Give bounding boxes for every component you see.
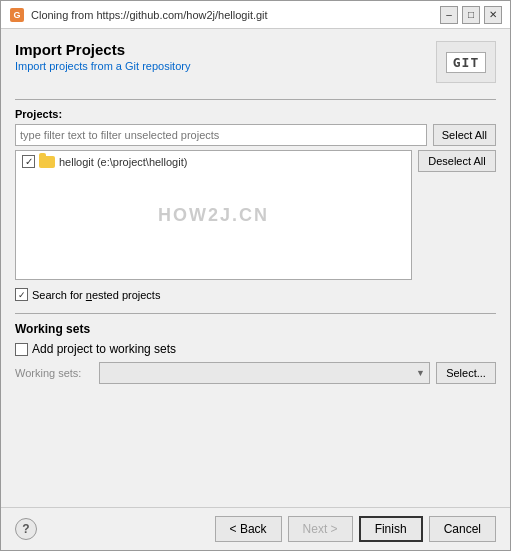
project-checkbox[interactable] — [22, 155, 35, 168]
header-separator — [15, 99, 496, 100]
folder-icon — [39, 156, 55, 168]
filter-row: Select All — [15, 124, 496, 146]
next-button[interactable]: Next > — [288, 516, 353, 542]
project-buttons: Deselect All — [418, 150, 496, 280]
working-sets-row: Working sets: ▼ Select... — [15, 362, 496, 384]
nested-checkbox[interactable] — [15, 288, 28, 301]
working-sets-checkbox[interactable] — [15, 343, 28, 356]
git-logo-text: GIT — [446, 52, 486, 73]
back-button[interactable]: < Back — [215, 516, 282, 542]
footer-buttons: < Back Next > Finish Cancel — [215, 516, 496, 542]
title-bar-controls: – □ ✕ — [440, 6, 502, 24]
maximize-button[interactable]: □ — [462, 6, 480, 24]
main-window: G Cloning from https://github.com/how2j/… — [0, 0, 511, 551]
page-title: Import Projects — [15, 41, 190, 58]
working-sets-row-label: Working sets: — [15, 367, 93, 379]
working-sets-select-button[interactable]: Select... — [436, 362, 496, 384]
cancel-button[interactable]: Cancel — [429, 516, 496, 542]
page-header: Import Projects Import projects from a G… — [15, 41, 496, 83]
section-divider — [15, 313, 496, 314]
list-item[interactable]: hellogit (e:\project\hellogit) — [16, 151, 411, 172]
title-bar-text: Cloning from https://github.com/how2j/he… — [31, 9, 440, 21]
projects-area: hellogit (e:\project\hellogit) HOW2J.CN … — [15, 150, 496, 280]
combo-arrow-icon: ▼ — [416, 368, 425, 378]
page-subtitle: Import projects from a Git repository — [15, 60, 190, 72]
working-sets-combo[interactable]: ▼ — [99, 362, 430, 384]
working-add-row: Add project to working sets — [15, 342, 496, 356]
content-area: Import Projects Import projects from a G… — [1, 29, 510, 507]
projects-list: hellogit (e:\project\hellogit) HOW2J.CN — [15, 150, 412, 280]
title-bar: G Cloning from https://github.com/how2j/… — [1, 1, 510, 29]
working-sets-title: Working sets — [15, 322, 496, 336]
deselect-all-button[interactable]: Deselect All — [418, 150, 496, 172]
window-icon: G — [9, 7, 25, 23]
close-button[interactable]: ✕ — [484, 6, 502, 24]
project-name: hellogit (e:\project\hellogit) — [59, 156, 187, 168]
git-logo: GIT — [436, 41, 496, 83]
projects-label: Projects: — [15, 108, 496, 120]
watermark: HOW2J.CN — [158, 205, 269, 226]
filter-input[interactable] — [15, 124, 427, 146]
select-all-button[interactable]: Select All — [433, 124, 496, 146]
nested-projects-row: Search for nested projects — [15, 288, 496, 301]
minimize-button[interactable]: – — [440, 6, 458, 24]
footer: ? < Back Next > Finish Cancel — [1, 507, 510, 550]
nested-label: Search for nested projects — [32, 289, 160, 301]
page-header-text: Import Projects Import projects from a G… — [15, 41, 190, 72]
finish-button[interactable]: Finish — [359, 516, 423, 542]
svg-text:G: G — [13, 10, 20, 20]
working-sets-add-label: Add project to working sets — [32, 342, 176, 356]
help-button[interactable]: ? — [15, 518, 37, 540]
